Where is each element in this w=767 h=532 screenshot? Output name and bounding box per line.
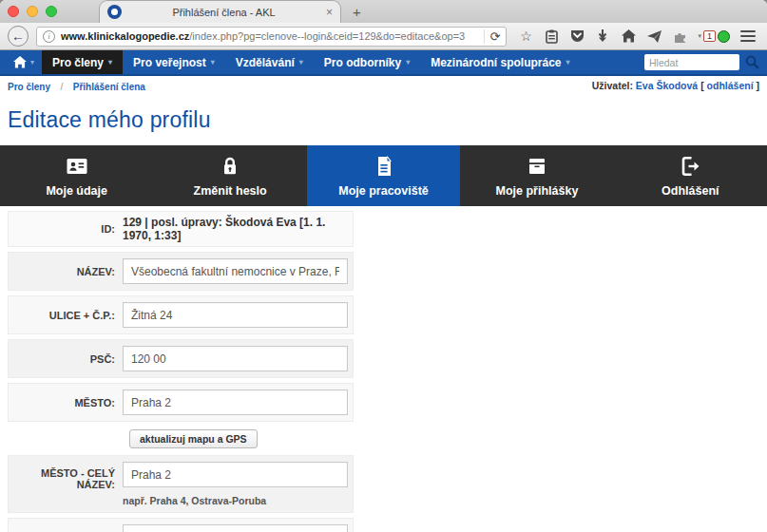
mesto-cely-input[interactable] xyxy=(123,462,348,487)
mesto-cely-label: MĚSTO - CELÝ NÁZEV: xyxy=(9,462,123,490)
url-path: /index.php?pg=clenove--login&ceid=129&do… xyxy=(189,30,465,42)
url-text: www.klinickalogopedie.cz/index.php?pg=cl… xyxy=(61,30,478,42)
minimize-window-button[interactable] xyxy=(27,6,38,17)
tab-close-icon[interactable]: × xyxy=(326,7,333,18)
chevron-down-icon: ▾ xyxy=(566,58,570,66)
tab-moje-pracoviste[interactable]: Moje pracoviště xyxy=(307,145,460,206)
nav-home-item[interactable]: ▾ xyxy=(6,50,42,74)
nazev-input[interactable] xyxy=(123,258,348,284)
tab-moje-prihlasky[interactable]: Moje přihlášky xyxy=(460,145,613,206)
breadcrumb-link-pro-cleny[interactable]: Pro členy xyxy=(8,82,50,92)
form-row-ulice: ULICE + Č.P.: xyxy=(8,295,354,334)
mesto-input[interactable] xyxy=(123,390,348,415)
logout-icon xyxy=(679,155,701,178)
extension-icon[interactable] xyxy=(672,28,687,44)
adblock-status-icon xyxy=(718,30,730,43)
tab-label: Odhlášení xyxy=(662,184,719,198)
chevron-down-icon: ▾ xyxy=(30,58,34,66)
reload-icon[interactable]: ⟳ xyxy=(484,29,501,44)
breadcrumb-row: Pro členy / Přihlášení člena Uživatel: E… xyxy=(0,76,767,92)
site-search xyxy=(644,50,767,74)
nav-item-pro-odborniky[interactable]: Pro odborníky ▾ xyxy=(314,50,420,74)
form-row-id: ID: 129 | posl. úpravy: Škodová Eva [1. … xyxy=(8,211,354,247)
nav-item-pro-cleny[interactable]: Pro členy ▾ xyxy=(42,50,123,74)
form-row-mesto-cely-nazev: MĚSTO - CELÝ NÁZEV: např. Praha 4, Ostra… xyxy=(8,455,354,513)
tab-odhlaseni[interactable]: Odhlášení xyxy=(614,145,767,206)
home-nav-icon xyxy=(13,56,27,68)
form-row-mesto: MĚSTO: xyxy=(8,383,354,422)
id-value: 129 | posl. úpravy: Škodová Eva [1. 1. 1… xyxy=(123,216,353,242)
archive-icon xyxy=(526,155,548,178)
breadcrumb-separator: / xyxy=(60,82,63,92)
site-favicon-icon xyxy=(107,5,122,19)
search-icon[interactable] xyxy=(745,55,759,69)
home-icon[interactable] xyxy=(621,28,636,44)
reading-list-icon[interactable] xyxy=(544,28,559,44)
ulice-label: ULICE + Č.P.: xyxy=(9,310,123,321)
typ-select[interactable]: státní ▼ xyxy=(123,524,348,532)
nazev-label: NÁZEV: xyxy=(9,266,123,277)
id-label: ID: xyxy=(9,223,123,235)
nav-item-pro-verejnost[interactable]: Pro veřejnost ▾ xyxy=(123,50,225,74)
chevron-down-icon: ▾ xyxy=(211,58,215,66)
psc-label: PSČ: xyxy=(9,353,123,365)
close-window-button[interactable] xyxy=(8,6,19,17)
form-row-typ: TYP: státní ▼ xyxy=(8,518,354,532)
new-tab-button[interactable]: + xyxy=(341,4,373,20)
adblock-count-badge: 1 xyxy=(703,30,716,42)
address-bar[interactable]: i www.klinickalogopedie.cz/index.php?pg=… xyxy=(36,27,507,47)
search-input[interactable] xyxy=(644,54,739,70)
downloads-icon[interactable] xyxy=(595,28,610,44)
send-to-device-icon[interactable] xyxy=(646,28,662,44)
tab-label: Moje přihlášky xyxy=(496,184,579,198)
document-icon xyxy=(373,155,395,178)
chevron-down-icon: ▾ xyxy=(108,58,112,66)
tab-moje-udaje[interactable]: Moje údaje xyxy=(0,145,153,206)
browser-tab[interactable]: Přihlášení člena - AKL × xyxy=(99,0,341,23)
adblock-button[interactable]: ▾ 1 xyxy=(698,30,730,43)
menu-icon[interactable] xyxy=(740,30,756,42)
tab-label: Moje pracoviště xyxy=(338,184,428,198)
lock-icon xyxy=(219,155,241,178)
chevron-down-icon: ▾ xyxy=(299,58,303,66)
psc-input[interactable] xyxy=(123,346,348,371)
nav-item-label: Vzdělávání xyxy=(236,56,295,69)
logout-link[interactable]: odhlášení xyxy=(707,80,754,91)
tab-label: Moje údaje xyxy=(46,184,107,198)
tab-label: Změnit heslo xyxy=(194,184,267,198)
user-label: Uživatel: xyxy=(592,80,633,91)
page-title: Editace mého profilu xyxy=(8,107,767,133)
nav-item-label: Pro členy xyxy=(52,56,104,69)
form-row-map-button: aktualizuj mapu a GPS xyxy=(8,427,354,451)
browser-window: Přihlášení člena - AKL × + ← i www.klini… xyxy=(0,0,767,532)
nav-item-vzdelavani[interactable]: Vzdělávání ▾ xyxy=(225,50,314,74)
bracket: ] xyxy=(757,80,760,91)
nav-item-mezinarodni-spoluprace[interactable]: Mezinárodní spolupráce ▾ xyxy=(420,50,580,74)
breadcrumb-link-prihlaseni-clena[interactable]: Přihlášení člena xyxy=(73,82,145,92)
form-row-psc: PSČ: xyxy=(8,339,354,378)
user-name-link[interactable]: Eva Škodová xyxy=(636,80,698,91)
browser-toolbar: ← i www.klinickalogopedie.cz/index.php?p… xyxy=(0,23,767,50)
back-button[interactable]: ← xyxy=(8,26,29,47)
url-domain: www.klinickalogopedie.cz xyxy=(61,30,189,42)
ulice-input[interactable] xyxy=(123,302,348,328)
zoom-window-button[interactable] xyxy=(46,6,57,17)
bookmark-star-icon[interactable]: ☆ xyxy=(518,28,533,44)
bracket: [ xyxy=(700,80,704,91)
id-card-icon xyxy=(65,155,89,178)
nav-item-label: Pro odborníky xyxy=(324,56,401,69)
form-row-nazev: NÁZEV: xyxy=(8,252,354,291)
user-info: Uživatel: Eva Škodová [ odhlášení ] xyxy=(592,80,759,91)
pocket-icon[interactable] xyxy=(569,28,585,44)
tab-zmenit-heslo[interactable]: Změnit heslo xyxy=(153,145,306,206)
browser-tabstrip: Přihlášení člena - AKL × + xyxy=(0,0,767,23)
mesto-label: MĚSTO: xyxy=(9,397,123,408)
site-info-icon[interactable]: i xyxy=(43,30,55,43)
nav-item-label: Pro veřejnost xyxy=(133,56,206,69)
workplace-form: ID: 129 | posl. úpravy: Škodová Eva [1. … xyxy=(8,211,354,532)
update-map-gps-button[interactable]: aktualizuj mapu a GPS xyxy=(129,429,258,448)
breadcrumb: Pro členy / Přihlášení člena xyxy=(8,77,145,94)
mesto-cely-hint: např. Praha 4, Ostrava-Poruba xyxy=(123,495,348,506)
adblock-caret-icon: ▾ xyxy=(698,32,701,40)
window-controls xyxy=(8,0,57,23)
